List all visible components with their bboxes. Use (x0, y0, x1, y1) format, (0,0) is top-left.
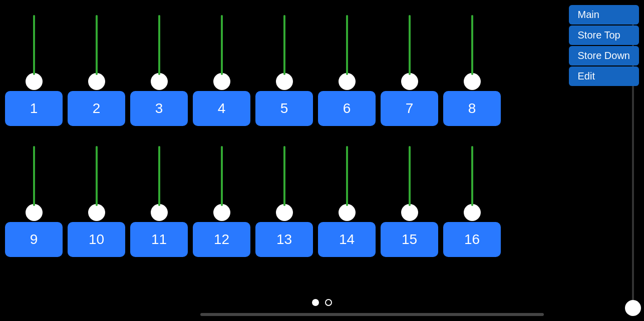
fader-container-3 (151, 15, 168, 90)
fader-knob-5[interactable] (276, 73, 293, 90)
channel-button-16[interactable]: 16 (443, 222, 501, 257)
channel-15: 15 (381, 146, 438, 257)
fader-container-15 (401, 146, 418, 221)
fader-knob-6[interactable] (339, 73, 356, 90)
fader-track-9 (33, 146, 35, 206)
main-area: 12345678 910111213141516 (0, 0, 541, 321)
channel-14: 14 (318, 146, 376, 257)
fader-track-3 (158, 15, 160, 75)
fader-track-7 (409, 15, 411, 75)
fader-knob-10[interactable] (88, 204, 105, 221)
channel-button-5[interactable]: 5 (255, 91, 313, 126)
fader-container-4 (213, 15, 230, 90)
fader-knob-3[interactable] (151, 73, 168, 90)
page-dot-1[interactable] (312, 299, 319, 306)
channel-button-15[interactable]: 15 (381, 222, 438, 257)
fader-knob-4[interactable] (213, 73, 230, 90)
channel-5: 5 (255, 15, 313, 126)
fader-knob-15[interactable] (401, 204, 418, 221)
fader-container-16 (464, 146, 481, 221)
channel-button-3[interactable]: 3 (130, 91, 188, 126)
fader-track-8 (471, 15, 473, 75)
channel-button-8[interactable]: 8 (443, 91, 501, 126)
channel-button-11[interactable]: 11 (130, 222, 188, 257)
context-menu: MainStore TopStore DownEdit (569, 5, 639, 86)
fader-container-11 (151, 146, 168, 221)
page-indicators (312, 299, 332, 306)
fader-knob-9[interactable] (26, 204, 43, 221)
fader-container-1 (26, 15, 43, 90)
fader-track-4 (221, 15, 223, 75)
channel-button-7[interactable]: 7 (381, 91, 438, 126)
channel-button-1[interactable]: 1 (5, 91, 63, 126)
fader-track-6 (346, 15, 348, 75)
channel-11: 11 (130, 146, 188, 257)
page-dot-2[interactable] (325, 299, 332, 306)
fader-container-7 (401, 15, 418, 90)
channel-6: 6 (318, 15, 376, 126)
fader-container-9 (26, 146, 43, 221)
menu-item-edit[interactable]: Edit (569, 66, 639, 86)
menu-item-main[interactable]: Main (569, 5, 639, 24)
channel-button-6[interactable]: 6 (318, 91, 376, 126)
channel-button-9[interactable]: 9 (5, 222, 63, 257)
fader-track-5 (283, 15, 285, 75)
channel-button-13[interactable]: 13 (255, 222, 313, 257)
fader-track-1 (33, 15, 35, 75)
channel-16: 16 (443, 146, 501, 257)
fader-knob-8[interactable] (464, 73, 481, 90)
fader-container-10 (88, 146, 105, 221)
fader-track-15 (409, 146, 411, 206)
fader-track-13 (283, 146, 285, 206)
scroll-thumb[interactable] (625, 300, 641, 316)
fader-knob-1[interactable] (26, 73, 43, 90)
channel-7: 7 (381, 15, 438, 126)
channel-button-2[interactable]: 2 (68, 91, 125, 126)
channel-12: 12 (193, 146, 250, 257)
fader-container-5 (276, 15, 293, 90)
menu-item-store-down[interactable]: Store Down (569, 46, 639, 66)
fader-knob-12[interactable] (213, 204, 230, 221)
fader-knob-7[interactable] (401, 73, 418, 90)
fader-container-2 (88, 15, 105, 90)
bottom-scrollbar[interactable] (200, 313, 544, 316)
channel-3: 3 (130, 15, 188, 126)
fader-track-2 (96, 15, 98, 75)
fader-container-8 (464, 15, 481, 90)
fader-knob-13[interactable] (276, 204, 293, 221)
fader-knob-14[interactable] (339, 204, 356, 221)
fader-track-14 (346, 146, 348, 206)
channel-row-2: 910111213141516 (5, 146, 536, 257)
fader-container-13 (276, 146, 293, 221)
fader-knob-2[interactable] (88, 73, 105, 90)
channel-button-10[interactable]: 10 (68, 222, 125, 257)
fader-knob-16[interactable] (464, 204, 481, 221)
menu-item-store-top[interactable]: Store Top (569, 26, 639, 45)
channel-8: 8 (443, 15, 501, 126)
fader-container-14 (339, 146, 356, 221)
channel-button-4[interactable]: 4 (193, 91, 250, 126)
channel-13: 13 (255, 146, 313, 257)
channel-button-12[interactable]: 12 (193, 222, 250, 257)
channel-4: 4 (193, 15, 250, 126)
channel-2: 2 (68, 15, 125, 126)
fader-container-12 (213, 146, 230, 221)
channel-9: 9 (5, 146, 63, 257)
channel-button-14[interactable]: 14 (318, 222, 376, 257)
fader-knob-11[interactable] (151, 204, 168, 221)
channel-row-1: 12345678 (5, 15, 536, 126)
fader-track-12 (221, 146, 223, 206)
channel-10: 10 (68, 146, 125, 257)
fader-container-6 (339, 15, 356, 90)
fader-track-11 (158, 146, 160, 206)
fader-track-10 (96, 146, 98, 206)
channel-1: 1 (5, 15, 63, 126)
fader-track-16 (471, 146, 473, 206)
